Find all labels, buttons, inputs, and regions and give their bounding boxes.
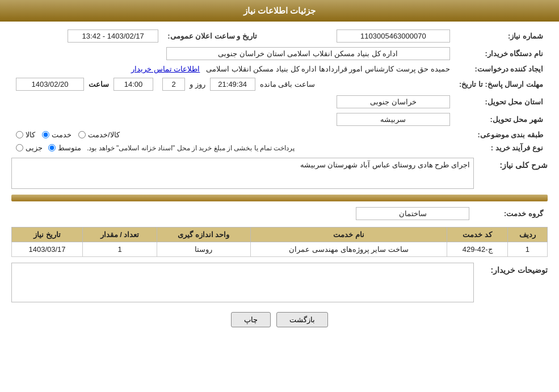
services-table: ردیف کد خدمت نام خدمت واحد اندازه گیری ت… [11,227,548,257]
buyer-notes-label: توضیحات خریدار: [474,263,548,275]
deadline-value: 1403/02/20 ساعت 14:00 2 روز و 21:49:34 س… [11,75,455,93]
days-remaining-label: روز و [190,80,205,88]
time-remaining-box: 21:49:34 [210,78,255,91]
buyer-notes-textarea[interactable] [11,263,474,302]
purchase-jozvi-label: جزیی [26,144,43,152]
purchase-motavasset-item: متوسط [48,144,81,152]
col-service-code: کد خدمت [447,227,507,242]
need-description-box: اجرای طرح هادی روستای عباس آباد شهرستان … [11,158,474,189]
category-kala-item: کالا [16,130,35,139]
time-label: ساعت [89,80,109,88]
announce-date-box: 1403/02/17 - 13:42 [68,29,158,43]
category-kala-khadamat-label: کالا/خدمت [88,130,120,139]
purchase-motavasset-radio[interactable] [48,144,56,151]
page-title: جزئیات اطلاعات نیاز [243,6,316,15]
buyer-org-box: اداره کل بنیاد مسکن انقلاب اسلامی استان … [166,47,450,60]
purchase-type-value: جزیی متوسط پرداخت تمام یا بخشی از مبلغ خ… [11,141,455,154]
need-number-label: شماره نیاز: [455,27,548,45]
print-button[interactable]: چاپ [231,312,271,327]
col-service-name: نام خدمت [250,227,447,242]
service-group-box: ساختمان [356,207,469,220]
city-box: سربیشه [337,113,450,126]
category-khadamat-label: خدمت [52,130,72,139]
col-quantity: تعداد / مقدار [83,227,157,242]
category-kala-radio[interactable] [16,131,23,138]
page-header: جزئیات اطلاعات نیاز [0,0,559,22]
category-label: طبقه بندی موضوعی: [455,128,548,141]
creator-contact-link[interactable]: اطلاعات تماس خریدار [131,65,200,73]
creator-value: حمیده حق پرست کارشناس امور قراردادها ادا… [11,62,455,75]
province-box: خراسان جنوبی [337,95,450,108]
creator-text: حمیده حق پرست کارشناس امور قراردادها ادا… [206,65,450,73]
services-section-header [11,195,548,201]
col-row-num: ردیف [507,227,547,242]
table-row: 1ج-42-429ساخت سایر پروژه‌های مهندسی عمرا… [12,242,548,257]
purchase-jozvi-item: جزیی [16,144,43,152]
need-description-label: شرح کلی نیاز: [474,158,548,170]
announce-date-label: تاریخ و ساعت اعلان عمومی: [163,27,268,45]
category-kala-label: کالا [26,130,35,139]
purchase-type-label: نوع فرآیند خرید : [455,141,548,154]
remaining-label: ساعت باقی مانده [260,80,315,88]
purchase-note: پرداخت تمام یا بخشی از مبلغ خرید از محل … [87,144,295,152]
purchase-jozvi-radio[interactable] [16,144,23,151]
province-value: خراسان جنوبی [11,93,455,111]
announce-date-value: 1403/02/17 - 13:42 [11,27,163,45]
back-button[interactable]: بازگشت [276,312,328,327]
buttons-row: بازگشت چاپ [11,312,548,327]
days-box: 2 [162,78,185,91]
service-group-label: گروه خدمت: [474,205,548,222]
purchase-motavasset-label: متوسط [58,144,81,152]
province-label: استان محل تحویل: [455,93,548,111]
city-value: سربیشه [11,111,455,128]
deadline-time-box: 14:00 [114,78,153,91]
creator-label: ایجاد کننده درخواست: [455,62,548,75]
category-khadamat-item: خدمت [42,130,72,139]
col-unit: واحد اندازه گیری [157,227,250,242]
need-number-box: 1103005463000070 [337,29,450,43]
need-number-value: 1103005463000070 [268,27,455,45]
category-khadamat-radio[interactable] [42,131,49,138]
category-kala-khadamat-item: کالا/خدمت [78,130,120,139]
category-value: کالا خدمت کالا/خدمت [11,128,455,141]
deadline-date-box: 1403/02/20 [16,78,84,91]
category-kala-khadamat-radio[interactable] [78,131,86,138]
need-description-text: اجرای طرح هادی روستای عباس آباد شهرستان … [300,161,470,169]
col-need-date: تاریخ نیاز [12,227,83,242]
buyer-org-value: اداره کل بنیاد مسکن انقلاب اسلامی استان … [11,45,455,62]
service-group-value: ساختمان [11,205,474,222]
deadline-label: مهلت ارسال پاسخ: تا تاریخ: [455,75,548,93]
buyer-org-label: نام دستگاه خریدار: [455,45,548,62]
city-label: شهر محل تحویل: [455,111,548,128]
